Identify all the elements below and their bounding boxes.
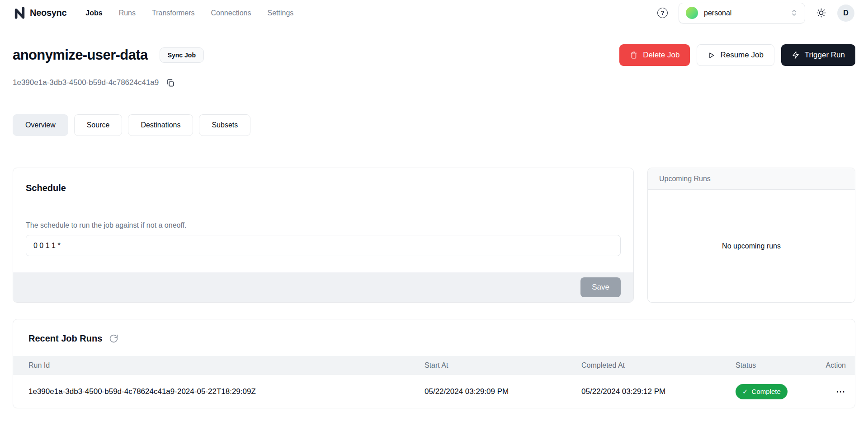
status-label: Complete bbox=[752, 388, 781, 395]
chevron-updown-icon bbox=[790, 9, 798, 17]
row-actions-button[interactable]: ⋯ bbox=[836, 386, 846, 397]
job-tabs: Overview Source Destinations Subsets bbox=[13, 114, 855, 136]
brand-name: Neosync bbox=[30, 8, 66, 18]
main-nav: Jobs Runs Transformers Connections Setti… bbox=[85, 9, 293, 17]
delete-job-label: Delete Job bbox=[643, 51, 679, 60]
column-status: Status bbox=[736, 361, 823, 370]
cron-schedule-input[interactable] bbox=[26, 235, 621, 256]
copy-job-id-button[interactable] bbox=[166, 79, 175, 87]
nav-item-runs[interactable]: Runs bbox=[119, 9, 136, 17]
org-avatar-icon bbox=[686, 7, 698, 19]
job-type-badge: Sync Job bbox=[160, 47, 204, 63]
schedule-card: Schedule The schedule to run the job aga… bbox=[13, 168, 634, 303]
tab-source[interactable]: Source bbox=[74, 114, 123, 136]
page-title: anonymize-user-data bbox=[13, 47, 148, 63]
table-row: 1e390e1a-3db3-4500-b59d-4c78624c41a9-202… bbox=[13, 375, 855, 408]
schedule-card-footer: Save bbox=[13, 272, 633, 302]
account-switcher[interactable]: personal bbox=[679, 3, 805, 23]
nav-item-connections[interactable]: Connections bbox=[211, 9, 251, 17]
nav-item-settings[interactable]: Settings bbox=[267, 9, 293, 17]
nav-item-jobs[interactable]: Jobs bbox=[85, 9, 102, 17]
column-completed-at: Completed At bbox=[581, 361, 736, 370]
action-cell: ⋯ bbox=[823, 386, 846, 397]
status-badge[interactable]: ✓ Complete bbox=[736, 384, 788, 399]
start-at-cell: 05/22/2024 03:29:09 PM bbox=[425, 387, 581, 396]
user-avatar[interactable]: D bbox=[837, 5, 854, 22]
play-icon bbox=[708, 51, 715, 59]
column-action: Action bbox=[823, 361, 846, 370]
theme-toggle-button[interactable] bbox=[816, 8, 826, 18]
tab-destinations[interactable]: Destinations bbox=[128, 114, 193, 136]
lightning-icon bbox=[792, 51, 800, 59]
resume-job-button[interactable]: Resume Job bbox=[697, 44, 774, 66]
refresh-runs-button[interactable] bbox=[109, 334, 118, 343]
help-icon: ? bbox=[657, 8, 668, 18]
column-run-id: Run Id bbox=[28, 361, 425, 370]
neosync-logo-icon bbox=[14, 7, 26, 19]
delete-job-button[interactable]: Delete Job bbox=[619, 44, 690, 66]
column-start-at: Start At bbox=[425, 361, 581, 370]
upcoming-runs-card: Upcoming Runs No upcoming runs bbox=[647, 168, 855, 303]
check-icon: ✓ bbox=[742, 388, 748, 396]
recent-job-runs-card: Recent Job Runs Run Id Start At Complete… bbox=[13, 319, 855, 408]
refresh-icon bbox=[109, 334, 118, 343]
completed-at-cell: 05/22/2024 03:29:12 PM bbox=[581, 387, 736, 396]
sun-icon bbox=[816, 8, 826, 18]
tab-subsets[interactable]: Subsets bbox=[199, 114, 250, 136]
upcoming-runs-header: Upcoming Runs bbox=[648, 168, 855, 190]
job-actions: Delete Job Resume Job Trigger Run bbox=[619, 44, 855, 66]
nav-item-transformers[interactable]: Transformers bbox=[152, 9, 195, 17]
navbar: Neosync Jobs Runs Transformers Connectio… bbox=[0, 0, 868, 26]
status-cell: ✓ Complete bbox=[736, 384, 823, 399]
resume-job-label: Resume Job bbox=[720, 51, 763, 60]
job-id-text: 1e390e1a-3db3-4500-b59d-4c78624c41a9 bbox=[13, 78, 159, 87]
recent-runs-title: Recent Job Runs bbox=[28, 333, 102, 344]
main-content: anonymize-user-data Sync Job Delete Job … bbox=[0, 44, 868, 408]
run-id-cell[interactable]: 1e390e1a-3db3-4500-b59d-4c78624c41a9-202… bbox=[28, 387, 425, 396]
help-button[interactable]: ? bbox=[657, 8, 668, 18]
schedule-description: The schedule to run the job against if n… bbox=[26, 221, 621, 229]
trash-icon bbox=[630, 51, 638, 59]
upcoming-runs-empty-message: No upcoming runs bbox=[648, 190, 855, 302]
tab-overview[interactable]: Overview bbox=[13, 114, 68, 136]
save-button[interactable]: Save bbox=[580, 277, 621, 297]
runs-table-header: Run Id Start At Completed At Status Acti… bbox=[13, 356, 855, 375]
page-header: anonymize-user-data Sync Job Delete Job … bbox=[13, 44, 855, 87]
neosync-logo[interactable]: Neosync bbox=[14, 7, 66, 19]
schedule-title: Schedule bbox=[26, 183, 621, 193]
trigger-run-label: Trigger Run bbox=[805, 51, 845, 60]
navbar-right: ? personal D bbox=[657, 3, 854, 23]
trigger-run-button[interactable]: Trigger Run bbox=[781, 44, 855, 66]
account-name: personal bbox=[704, 9, 731, 17]
copy-icon bbox=[166, 79, 175, 87]
